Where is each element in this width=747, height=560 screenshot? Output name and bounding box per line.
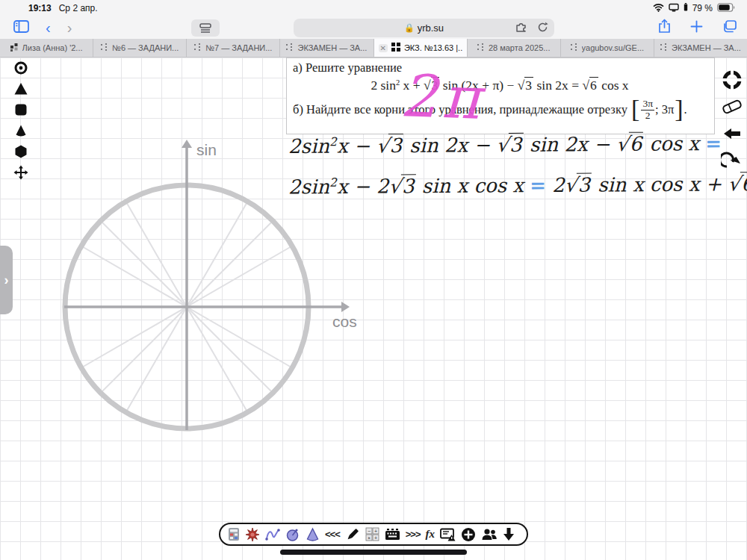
svg-text:×: × bbox=[368, 535, 371, 541]
presentation-warning-icon[interactable] bbox=[440, 526, 456, 543]
crosshair-tool-icon[interactable] bbox=[721, 69, 743, 90]
left-tool-palette bbox=[12, 59, 30, 181]
problem-part-a: а) Решите уравнение bbox=[293, 60, 707, 75]
cone-tool-icon[interactable] bbox=[12, 122, 30, 140]
new-tab-button[interactable] bbox=[690, 20, 703, 36]
function-curve-icon[interactable] bbox=[265, 526, 280, 543]
ipad-screen: 19:13 Ср 2 апр. 79 % ‹ › bbox=[0, 0, 747, 560]
status-bar: 19:13 Ср 2 апр. 79 % bbox=[0, 0, 747, 16]
calculator-icon[interactable] bbox=[228, 526, 240, 543]
dots-icon bbox=[660, 43, 668, 52]
home-indicator[interactable] bbox=[280, 550, 467, 555]
matrix-probability-icon[interactable]: −+×+ bbox=[365, 526, 379, 543]
tab-yagubov[interactable]: yagubov.su/GE... bbox=[561, 39, 654, 57]
tab-n6[interactable]: №6 — ЗАДАНИ... bbox=[93, 39, 187, 57]
sin-axis-label: sin bbox=[196, 141, 217, 158]
grid-dark-icon bbox=[10, 43, 19, 53]
back-button[interactable]: ‹ bbox=[46, 20, 51, 35]
extensions-icon[interactable] bbox=[515, 22, 528, 35]
display-mirroring-icon bbox=[669, 3, 679, 14]
users-icon[interactable] bbox=[481, 526, 498, 543]
triangle-tool-icon[interactable] bbox=[12, 80, 30, 98]
keyboard-icon[interactable] bbox=[385, 526, 400, 543]
sin-axis-arrow bbox=[182, 140, 192, 148]
scroll-left-arrows[interactable]: <<< bbox=[325, 526, 340, 543]
handwritten-line-1: 2sin2x − √3 sin 2x − √3 sin 2x − √6 cos … bbox=[288, 132, 722, 158]
circle-geometry-icon[interactable] bbox=[285, 526, 300, 543]
problem-part-b: б) Найдите все корни этого уравнения, пр… bbox=[293, 99, 707, 122]
svg-text:+: + bbox=[374, 535, 377, 541]
pencil-battery-icon bbox=[684, 3, 688, 13]
chevron-right-icon: › bbox=[4, 273, 9, 288]
problem-statement-box: а) Решите уравнение 2 sin2 x + √3 sin (2… bbox=[286, 57, 715, 134]
cas-flower-icon[interactable] bbox=[245, 526, 260, 543]
forward-button[interactable]: › bbox=[67, 20, 72, 35]
square-tool-icon[interactable] bbox=[12, 101, 30, 119]
undo-arrow-icon[interactable] bbox=[721, 123, 743, 144]
date: Ср 2 апр. bbox=[59, 3, 98, 13]
bottom-toolbar: <<< −+×+ >>> fx bbox=[219, 523, 528, 546]
problem-equation: 2 sin2 x + √3 sin (2x + π) − √3 sin 2x =… bbox=[293, 78, 707, 93]
scroll-right-arrows[interactable]: >>> bbox=[406, 526, 421, 543]
cos-axis-arrow bbox=[341, 302, 350, 312]
tab-n7[interactable]: №7 — ЗАДАНИ... bbox=[187, 39, 280, 57]
page-layout-button[interactable] bbox=[191, 19, 220, 37]
url-text: yrb.su bbox=[418, 22, 444, 34]
dots-icon bbox=[194, 43, 202, 52]
battery-percent: 79 % bbox=[692, 3, 713, 13]
point-tool-icon[interactable] bbox=[12, 59, 30, 77]
tab-bar: Лиза (Анна) '2... №6 — ЗАДАНИ... №7 — ЗА… bbox=[0, 39, 747, 57]
battery-icon bbox=[717, 3, 735, 14]
tab-overview-button[interactable] bbox=[722, 20, 737, 36]
add-plus-button[interactable] bbox=[461, 526, 476, 543]
tab-active-ekz-13-63[interactable]: ✕ ЭКЗ. №13.63 |... bbox=[374, 39, 468, 57]
fx-function-button[interactable]: fx bbox=[426, 526, 436, 543]
cube-tool-icon[interactable] bbox=[12, 143, 30, 161]
svg-text:−: − bbox=[368, 529, 371, 534]
pink-handwritten-annotation: 2π bbox=[399, 62, 486, 132]
dots-icon bbox=[286, 43, 294, 52]
dots-icon bbox=[101, 43, 108, 52]
address-bar[interactable]: 🔒 yrb.su bbox=[294, 19, 554, 37]
tab-liza[interactable]: Лиза (Анна) '2... bbox=[0, 39, 93, 57]
close-tab-icon[interactable]: ✕ bbox=[379, 44, 388, 52]
whiteboard-canvas[interactable]: sin cos а) Решите уравнение 2 sin2 x + √… bbox=[0, 57, 747, 560]
wifi-icon bbox=[653, 3, 664, 14]
move-tool-icon[interactable] bbox=[12, 164, 30, 181]
sidebar-drawer-handle[interactable]: › bbox=[0, 246, 13, 314]
dots-icon bbox=[571, 43, 578, 52]
tab-exam1[interactable]: ЭКЗАМЕН — ЗА... bbox=[280, 39, 374, 57]
grid-black-icon bbox=[391, 43, 400, 53]
lock-icon: 🔒 bbox=[404, 23, 415, 33]
cos-axis-label: cos bbox=[332, 313, 357, 330]
reload-button[interactable] bbox=[537, 22, 548, 35]
redo-curved-arrow-icon[interactable] bbox=[721, 150, 743, 171]
tab-28-marta[interactable]: 28 марта 2025... bbox=[468, 39, 561, 57]
right-tool-palette bbox=[721, 69, 743, 171]
download-arrow-icon[interactable] bbox=[503, 526, 515, 543]
handwritten-line-2: 2sin2x − 2√3 sin x cos x = 2√3 sin x cos… bbox=[288, 172, 747, 199]
share-button[interactable] bbox=[658, 19, 671, 37]
clock: 19:13 bbox=[28, 3, 52, 13]
eraser-tool-icon[interactable] bbox=[721, 96, 743, 117]
sidebar-toggle-button[interactable] bbox=[13, 20, 29, 36]
cone-3d-icon[interactable] bbox=[306, 526, 320, 543]
svg-text:+: + bbox=[374, 529, 377, 534]
dots-icon bbox=[477, 43, 485, 52]
tab-exam2[interactable]: ЭКЗАМЕН — ЗА... bbox=[654, 39, 747, 57]
pen-tool-icon[interactable] bbox=[345, 526, 360, 543]
